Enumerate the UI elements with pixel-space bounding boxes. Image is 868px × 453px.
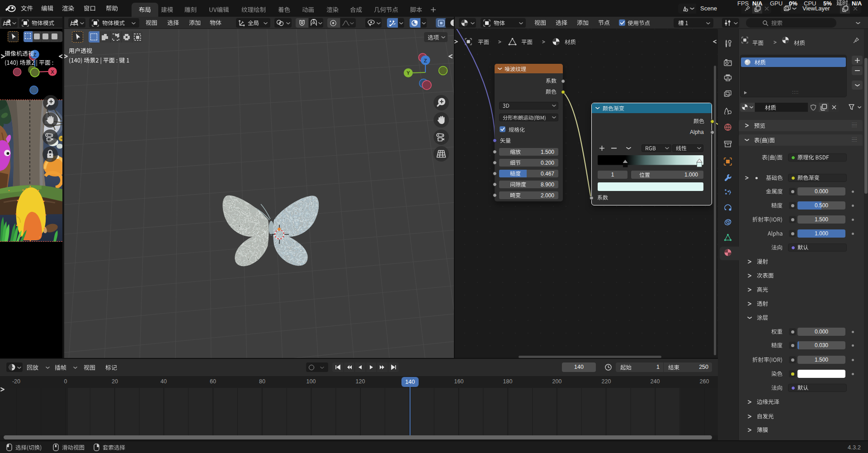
svg-text:X: X	[51, 69, 54, 75]
svg-text:Z: Z	[424, 58, 427, 63]
svg-text:Y: Y	[406, 70, 410, 76]
